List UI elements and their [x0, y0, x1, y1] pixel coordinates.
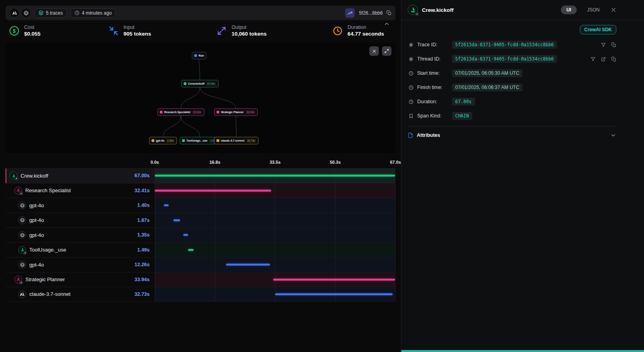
node-label: Strategic Planner [221, 111, 244, 114]
timeline-row[interactable]: Crew.kickoff 67.00s [6, 168, 395, 183]
field-label: Finish time: [417, 85, 449, 90]
expand-graph-button[interactable] [382, 46, 391, 56]
timeline-row[interactable]: Research Specialist 32.41s [6, 183, 395, 198]
timeline-row[interactable]: gpt-4o 1.35s [6, 227, 395, 242]
collapse-stats-chevron-up-icon[interactable] [384, 21, 390, 27]
clock-icon [74, 10, 80, 15]
span-name: claude-3.7-sonnet [29, 291, 70, 297]
node-type-icon [217, 111, 219, 114]
bookmark-icon [408, 114, 414, 119]
filter-icon[interactable] [591, 57, 596, 62]
span-bar-track [155, 213, 395, 228]
node-label: Research Specialist [164, 111, 190, 114]
field-value[interactable]: CHAIN [452, 112, 472, 120]
hash-icon [408, 57, 414, 62]
graph-node-crew[interactable]: Crew.kickoff 67.00s [181, 80, 218, 87]
traces-count-badge[interactable]: 5 traces [34, 8, 67, 18]
external-icon[interactable] [601, 57, 606, 62]
field-value[interactable]: 07/01/2025, 06:06:37 AM UTC [452, 83, 522, 91]
trace-header-bar: 5 traces 4 minutes ago 5f26...8bb6 [6, 6, 395, 20]
field-label: Thread ID: [417, 56, 449, 62]
dollar-circle-icon: $ [9, 26, 20, 36]
timeline-row[interactable]: gpt-4o 1.40s [6, 198, 395, 213]
node-duration-chip: 32.73s [246, 139, 256, 143]
span-name: Strategic Planner [25, 276, 65, 282]
copy-icon[interactable] [611, 57, 616, 62]
node-type-icon [194, 54, 197, 57]
time-ago-badge: 4 minutes ago [70, 8, 116, 18]
span-bar-track [155, 287, 395, 301]
field-finish-time: Finish time: 07/01/2025, 06:06:37 AM UTC [408, 80, 616, 95]
field-value[interactable]: 5f2613da-8371-9405-fcdd-0a1534cc8bb6 [452, 41, 557, 49]
layers-icon [38, 10, 44, 15]
field-start-time: Start time: 07/01/2025, 06:05:30 AM UTC [408, 66, 616, 80]
field-value[interactable]: 5f2613da-8371-9405-fcdd-0a1534cc8bb6 [452, 55, 557, 63]
node-label: Crew.kickoff [188, 82, 204, 85]
clock-icon [408, 71, 414, 76]
span-name: gpt-4o [29, 217, 44, 223]
trace-graph[interactable]: Run Crew.kickoff 67.00s Research Special… [6, 43, 395, 153]
axis-tick: 33.5s [270, 160, 281, 165]
span-bar [273, 278, 395, 280]
span-bar-track [155, 243, 395, 257]
copy-icon[interactable] [611, 42, 616, 47]
close-graph-button[interactable] [369, 46, 379, 56]
field-value[interactable]: 07/01/2025, 06:05:30 AM UTC [452, 69, 522, 77]
timeline-row[interactable]: gpt-4o 1.87s [6, 213, 395, 228]
stat-value: 64.77 seconds [348, 31, 384, 37]
field-value[interactable]: 67.00s [452, 98, 475, 106]
trend-button[interactable] [345, 8, 355, 18]
sdk-badge[interactable]: CrewAI SDK [580, 25, 616, 34]
graph-node-strategic[interactable]: Strategic Planner 33.94s [214, 108, 258, 116]
graph-node-run[interactable]: Run [192, 52, 207, 59]
arrows-out-icon [216, 26, 227, 36]
span-duration: 32.73s [135, 291, 155, 297]
tab-json[interactable]: JSON [587, 7, 600, 13]
chevron-down-icon [610, 132, 616, 138]
field-label: Trace ID: [417, 42, 449, 47]
field-duration: Duration: 67.00s [408, 95, 616, 109]
crewai-icon [408, 5, 418, 15]
graph-node-research[interactable]: Research Specialist 32.41s [158, 108, 205, 116]
clock-icon [408, 85, 414, 90]
node-label: gpt-4o [156, 139, 164, 142]
stat-label: Cost [24, 25, 40, 30]
stat-value: $0.055 [24, 31, 40, 37]
trace-overview-panel: 5 traces 4 minutes ago 5f26...8bb6 $ Cos… [0, 0, 401, 352]
openai-icon [18, 231, 26, 239]
span-bar-track [155, 257, 395, 272]
span-duration: 1.87s [137, 218, 155, 223]
timeline-row[interactable]: claude-3.7-sonnet 32.73s [6, 287, 395, 302]
span-duration: 32.41s [135, 188, 155, 193]
stat-value: 10,060 tokens [232, 31, 267, 37]
attributes-section-toggle[interactable]: Attributes [408, 126, 616, 144]
traces-count-label: 5 traces [46, 10, 63, 16]
stat-input: Input 905 tokens [108, 25, 216, 37]
stat-label: Output [232, 25, 267, 30]
openai-icon [18, 216, 26, 224]
file-icon [408, 132, 413, 138]
tab-ui[interactable]: UI [561, 6, 577, 14]
span-bar [275, 293, 393, 295]
copy-trace-id-icon[interactable] [386, 10, 391, 15]
graph-node-gpt[interactable]: gpt-4o 1.40s [149, 137, 177, 144]
filter-icon[interactable] [601, 42, 606, 47]
clock-icon [408, 99, 414, 104]
span-bar-track [155, 228, 395, 242]
timeline-row[interactable]: Strategic Planner 33.94s [6, 272, 395, 287]
span-duration: 1.35s [137, 232, 155, 238]
openai-icon [18, 201, 26, 209]
node-duration-chip: 1.40s [166, 139, 175, 143]
axis-tick: 0.0s [150, 160, 159, 165]
horizontal-scrollbar[interactable] [401, 350, 644, 352]
node-duration-chip: 32.41s [192, 110, 202, 114]
graph-node-claude[interactable]: claude-3.7-sonnet 32.73s [214, 137, 258, 144]
timeline-row[interactable]: gpt-4o 12.26s [6, 257, 395, 272]
span-bar [226, 264, 270, 266]
timeline-row[interactable]: ToolUsage._use 1.49s [6, 242, 395, 257]
span-name: gpt-4o [29, 232, 44, 238]
close-panel-icon[interactable] [611, 7, 616, 13]
field-label: Duration: [417, 99, 449, 104]
time-ago-label: 4 minutes ago [82, 10, 112, 16]
attributes-label: Attributes [417, 132, 440, 138]
